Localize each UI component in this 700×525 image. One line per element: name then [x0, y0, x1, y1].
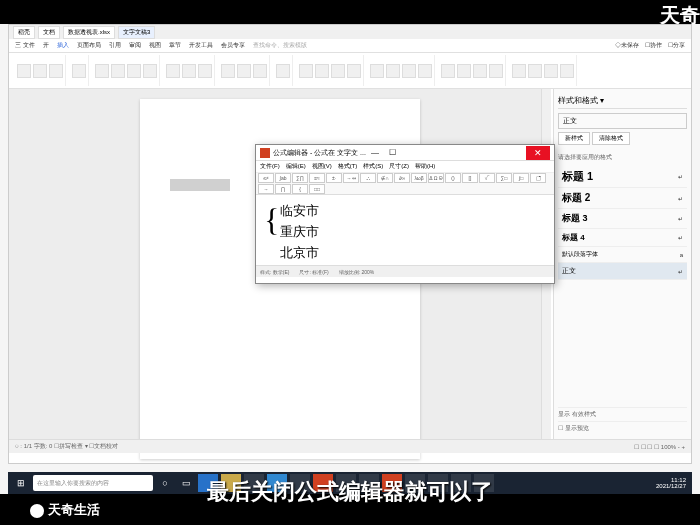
status-right[interactable]: ☐ ☐ ☐ ☐ 100% - + — [634, 443, 685, 450]
ribbon-field-icon[interactable] — [441, 64, 455, 78]
fe-tool-fence[interactable]: () — [445, 173, 461, 183]
ribbon-watermark-icon[interactable] — [347, 64, 361, 78]
fe-tool-sum-tpl[interactable]: ∑□ — [496, 173, 512, 183]
minimize-button[interactable]: — — [366, 146, 384, 160]
menu-insert[interactable]: 插入 — [57, 41, 69, 50]
fe-menu-help[interactable]: 帮助(H) — [415, 162, 435, 171]
close-button[interactable]: ✕ — [526, 146, 550, 160]
fe-tool-bracket[interactable]: [] — [462, 173, 478, 183]
new-style-button[interactable]: 新样式 — [558, 132, 590, 145]
menu-search[interactable]: 查找命令、搜索模版 — [253, 41, 307, 50]
ribbon-attach-icon[interactable] — [418, 64, 432, 78]
unsaved-indicator[interactable]: ◇未保存 — [615, 41, 639, 50]
fe-menu-format[interactable]: 格式(T) — [338, 162, 358, 171]
ribbon-more-icon[interactable] — [276, 64, 290, 78]
menu-page-layout[interactable]: 页面布局 — [77, 41, 101, 50]
fe-tool-sum[interactable]: ∑∏ — [292, 173, 308, 183]
fe-tool-integral[interactable]: ∫ab — [275, 173, 291, 183]
fe-tool-overbar[interactable]: □̄ — [530, 173, 546, 183]
tab-active-doc[interactable]: 文字文稿3 — [118, 26, 155, 39]
ribbon-comment-icon[interactable] — [299, 64, 313, 78]
ribbon-header-icon[interactable] — [315, 64, 329, 78]
style-body[interactable]: 正文↵ — [558, 263, 687, 280]
menu-member[interactable]: 会员专享 — [221, 41, 245, 50]
ribbon-cover-icon[interactable] — [17, 64, 31, 78]
current-style-box: 正文 — [558, 113, 687, 129]
menu-reference[interactable]: 引用 — [109, 41, 121, 50]
fe-menu-size[interactable]: 尺寸(Z) — [389, 162, 409, 171]
show-preview-toggle[interactable]: ☐ 显示预览 — [558, 421, 687, 435]
tab-doc1[interactable]: 文档 — [38, 26, 60, 39]
menu-home[interactable]: 开 — [43, 41, 49, 50]
menu-dev-tools[interactable]: 开发工具 — [189, 41, 213, 50]
ribbon-online-icon[interactable] — [198, 64, 212, 78]
ribbon-number-icon[interactable] — [489, 64, 503, 78]
fe-menu-style[interactable]: 样式(S) — [363, 162, 383, 171]
fe-tool-calculus[interactable]: ∂∞ — [394, 173, 410, 183]
fe-menu-view[interactable]: 视图(V) — [312, 162, 332, 171]
share-button[interactable]: ☐分享 — [668, 41, 685, 50]
taskbar-search[interactable]: 在这里输入你要搜索的内容 — [33, 475, 153, 491]
style-heading4[interactable]: 标题 4↵ — [558, 229, 687, 247]
fe-tool-operators[interactable]: ±∙ — [326, 173, 342, 183]
ribbon-crossref-icon[interactable] — [560, 64, 574, 78]
tab-home[interactable]: 稻壳 — [13, 26, 35, 39]
ribbon-resource-icon[interactable] — [221, 64, 235, 78]
style-heading1[interactable]: 标题 1↵ — [558, 166, 687, 188]
clear-format-button[interactable]: 清除格式 — [592, 132, 630, 145]
ribbon-symbol-icon[interactable] — [457, 64, 471, 78]
fe-tool-greek-upper[interactable]: Δ Ω Θ — [428, 173, 444, 183]
fe-tool-product[interactable]: ∏ — [275, 184, 291, 194]
fe-tool-greek-lower[interactable]: λωβ — [411, 173, 427, 183]
maximize-button[interactable]: ☐ — [384, 146, 402, 160]
fe-tool-set[interactable]: ∉∩ — [377, 173, 393, 183]
task-view-icon[interactable]: ▭ — [177, 474, 195, 492]
fe-menu-file[interactable]: 文件(F) — [260, 162, 280, 171]
fe-tool-approx[interactable]: ≡≈ — [309, 173, 325, 183]
ribbon-chart-icon[interactable] — [182, 64, 196, 78]
ribbon-wordart-icon[interactable] — [386, 64, 400, 78]
ribbon-bookmark-icon[interactable] — [544, 64, 558, 78]
ribbon-break-icon[interactable] — [49, 64, 63, 78]
fe-tool-brace-tpl[interactable]: { — [292, 184, 308, 194]
ribbon-picture-icon[interactable] — [95, 64, 109, 78]
ribbon-mind-icon[interactable] — [253, 64, 267, 78]
style-default-font[interactable]: 默认段落字体a — [558, 247, 687, 263]
formula-editor-app-icon — [260, 148, 270, 158]
ribbon-flow-icon[interactable] — [237, 64, 251, 78]
fe-tool-logic[interactable]: .∴ — [360, 173, 376, 183]
style-heading2[interactable]: 标题 2↵ — [558, 188, 687, 209]
collab-button[interactable]: ☐协作 — [645, 41, 662, 50]
ribbon-formula-icon[interactable] — [473, 64, 487, 78]
menu-file[interactable]: 三 文件 — [15, 41, 35, 50]
ribbon-textbox-icon[interactable] — [370, 64, 384, 78]
fe-tool-arrow-tpl[interactable]: → — [258, 184, 274, 194]
formula-content-area[interactable]: { 临安市 重庆市 北京市 — [256, 195, 554, 265]
fe-menu-edit[interactable]: 编辑(E) — [286, 162, 306, 171]
ribbon-date-icon[interactable] — [402, 64, 416, 78]
menu-review[interactable]: 审阅 — [129, 41, 141, 50]
menu-view[interactable]: 视图 — [149, 41, 161, 50]
ribbon-screenshot-icon[interactable] — [111, 64, 125, 78]
fe-tool-radical[interactable]: √‾ — [479, 173, 495, 183]
ribbon-dropcap-icon[interactable] — [512, 64, 526, 78]
formula-editor-titlebar[interactable]: 公式编辑器 - 公式在 文字文 ... — ☐ ✕ — [256, 145, 554, 161]
fe-tool-arrows[interactable]: →⇔ — [343, 173, 359, 183]
style-heading3[interactable]: 标题 3↵ — [558, 209, 687, 229]
fe-tool-relational[interactable]: ≤≠ — [258, 173, 274, 183]
fe-tool-matrix[interactable]: □□ — [309, 184, 325, 194]
ribbon-blank-icon[interactable] — [33, 64, 47, 78]
tab-xlsx[interactable]: 数据透视表.xlsx — [63, 26, 115, 39]
start-button[interactable]: ⊞ — [12, 474, 30, 492]
ribbon-shapes-icon[interactable] — [127, 64, 141, 78]
ribbon-pagenum-icon[interactable] — [331, 64, 345, 78]
taskbar-clock[interactable]: 11:12 2021/12/27 — [656, 477, 688, 489]
show-filter-label[interactable]: 显示 有效样式 — [558, 407, 687, 421]
ribbon-link-icon[interactable] — [528, 64, 542, 78]
ribbon-smartart-icon[interactable] — [166, 64, 180, 78]
menu-section[interactable]: 章节 — [169, 41, 181, 50]
fe-tool-integral-tpl[interactable]: ∫□ — [513, 173, 529, 183]
ribbon-table-icon[interactable] — [72, 64, 86, 78]
ribbon-icons-icon[interactable] — [143, 64, 157, 78]
cortana-icon[interactable]: ○ — [156, 474, 174, 492]
